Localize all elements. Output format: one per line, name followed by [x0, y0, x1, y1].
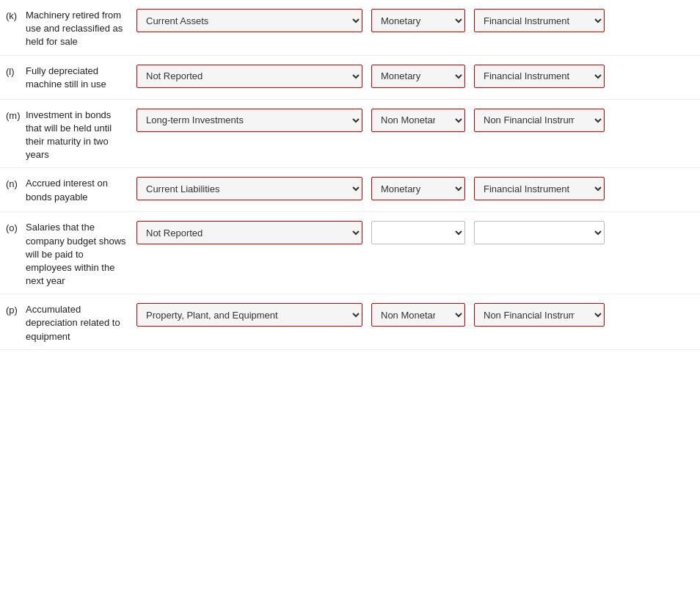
- row-index-n: (n): [0, 174, 26, 189]
- select-instrument-p[interactable]: Financial InstrumentNon Financial Instru…: [474, 303, 605, 327]
- select-classification-l[interactable]: Current AssetsNot ReportedLong-term Inve…: [136, 65, 362, 88]
- row-index-k: (k): [0, 6, 26, 21]
- main-table: (k)Machinery retired from use and reclas…: [0, 0, 700, 350]
- table-row: (p)Accumulated depreciation related to e…: [0, 294, 700, 350]
- row-label-o: Salaries that the company budget shows w…: [26, 218, 132, 288]
- table-row: (k)Machinery retired from use and reclas…: [0, 0, 700, 56]
- select-classification-p[interactable]: Current AssetsNot ReportedLong-term Inve…: [136, 303, 362, 327]
- select-monetary-p[interactable]: MonetaryNon Monetary: [371, 303, 465, 327]
- row-index-m: (m): [0, 106, 26, 121]
- select-instrument-k[interactable]: Financial InstrumentNon Financial Instru…: [474, 9, 605, 32]
- row-label-l: Fully depreciated machine still in use: [26, 62, 132, 91]
- row-label-k: Machinery retired from use and reclassif…: [26, 6, 132, 49]
- select-monetary-n[interactable]: MonetaryNon Monetary: [371, 177, 465, 200]
- select-classification-n[interactable]: Current AssetsNot ReportedLong-term Inve…: [136, 177, 362, 200]
- row-index-p: (p): [0, 300, 26, 316]
- select-instrument-n[interactable]: Financial InstrumentNon Financial Instru…: [474, 177, 605, 200]
- table-row: (n)Accrued interest on bonds payableCurr…: [0, 168, 700, 212]
- row-index-o: (o): [0, 218, 26, 233]
- select-monetary-k[interactable]: MonetaryNon Monetary: [371, 9, 465, 32]
- select-classification-k[interactable]: Current AssetsNot ReportedLong-term Inve…: [136, 9, 362, 32]
- row-label-p: Accumulated depreciation related to equi…: [26, 300, 132, 343]
- row-label-n: Accrued interest on bonds payable: [26, 174, 132, 203]
- select-instrument-l[interactable]: Financial InstrumentNon Financial Instru…: [474, 65, 605, 88]
- select-classification-o[interactable]: Current AssetsNot ReportedLong-term Inve…: [136, 221, 362, 244]
- select-monetary-l[interactable]: MonetaryNon Monetary: [371, 65, 465, 88]
- row-index-l: (l): [0, 62, 26, 77]
- table-row: (m)Investment in bonds that will be held…: [0, 100, 700, 169]
- table-row: (o)Salaries that the company budget show…: [0, 212, 700, 294]
- select-classification-m[interactable]: Current AssetsNot ReportedLong-term Inve…: [136, 109, 362, 132]
- select-monetary-m[interactable]: MonetaryNon Monetary: [371, 109, 465, 132]
- select-monetary-o[interactable]: MonetaryNon Monetary: [371, 221, 465, 244]
- select-instrument-m[interactable]: Financial InstrumentNon Financial Instru…: [474, 109, 605, 132]
- row-label-m: Investment in bonds that will be held un…: [26, 106, 132, 162]
- select-instrument-o[interactable]: Financial InstrumentNon Financial Instru…: [474, 221, 605, 244]
- table-row: (l)Fully depreciated machine still in us…: [0, 56, 700, 100]
